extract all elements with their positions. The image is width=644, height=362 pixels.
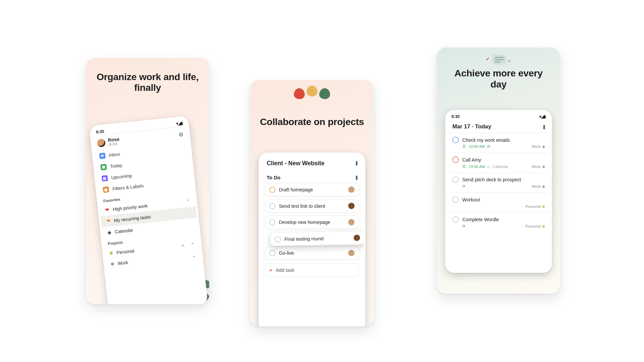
task-label: Complete Wordle xyxy=(462,217,499,222)
project-title: Client - New Website xyxy=(267,160,324,167)
task-checkbox[interactable] xyxy=(452,137,459,143)
status-time: 8:30 xyxy=(451,115,460,119)
favorite-label: Calendar xyxy=(114,228,133,234)
avatar xyxy=(97,138,106,147)
nav-label: Inbox xyxy=(109,152,120,158)
status-bar: 8:30 ▾◢▮ xyxy=(447,112,550,120)
section-title-row: To Do ••• xyxy=(260,170,364,183)
today-task[interactable]: Call Amy 🗓 10:00 AM ◇ Calendar Work xyxy=(447,153,550,172)
promo-card-organize: Organize work and life, finally 8:30 ▾◢▮… xyxy=(86,58,209,304)
task-list: Draft homepage Send test link to client … xyxy=(260,183,364,277)
task-checkbox[interactable] xyxy=(452,196,459,203)
today-task[interactable]: Complete Wordle ⟳ Personal xyxy=(447,212,550,232)
nav-label: Upcoming xyxy=(111,173,132,180)
more-icon[interactable]: ••• xyxy=(356,161,357,165)
today-icon: ▦ xyxy=(100,164,107,170)
task-extra: Calendar xyxy=(493,164,508,169)
checks-illustration xyxy=(484,54,513,65)
people-illustration xyxy=(294,88,330,99)
task-label: Call Amy xyxy=(462,157,481,162)
task-checkbox[interactable] xyxy=(269,219,275,225)
recurring-icon: ⟳ xyxy=(462,184,466,189)
status-time: 8:30 xyxy=(96,129,105,134)
assignee-avatar xyxy=(354,235,360,241)
task-checkbox[interactable] xyxy=(269,203,275,209)
user-progress: ◔3/4 xyxy=(108,141,120,147)
today-task[interactable]: Send pitch deck to prospect ⟳ Work xyxy=(447,172,550,192)
add-task-button[interactable]: + Add task xyxy=(265,263,359,277)
task-label: Develop new homepage xyxy=(279,220,330,225)
assignee-avatar xyxy=(348,186,355,193)
project-pill: Personal xyxy=(526,204,545,209)
task-label: Go-live xyxy=(279,250,294,256)
assignee-avatar xyxy=(348,203,355,209)
project-pill: Work xyxy=(532,144,545,149)
status-icons: ▾◢▮ xyxy=(176,121,183,126)
headline: Collaborate on projects xyxy=(251,116,374,127)
phone-mock-project: Client - New Website ••• To Do ••• Draft… xyxy=(259,153,366,326)
gear-icon[interactable]: ⚙ xyxy=(178,131,184,138)
promo-card-achieve: Achieve more every day 8:30 ▾◢▮ Mar 17 ·… xyxy=(437,48,560,294)
recurring-icon: ⟳ xyxy=(487,144,491,149)
phone-mock-today: 8:30 ▾◢▮ Mar 17 · Today ••• Check my wor… xyxy=(445,110,552,273)
assignee-avatar xyxy=(348,250,355,256)
favorite-label: High priority work xyxy=(113,203,148,212)
upcoming-icon: ▤ xyxy=(102,175,108,181)
task-checkbox[interactable] xyxy=(452,177,459,183)
today-title: Mar 17 · Today xyxy=(452,124,491,130)
today-task[interactable]: Workout Personal xyxy=(447,192,550,212)
task-checkbox[interactable] xyxy=(452,157,459,163)
chevron-up-icon[interactable]: ⌃ xyxy=(186,199,190,204)
project-pill: Personal xyxy=(526,224,545,229)
task-checkbox[interactable] xyxy=(269,187,275,193)
today-task[interactable]: Check my work emails 🗓 10:00 AM ⟳ Work xyxy=(447,133,550,153)
recurring-icon: ⟳ xyxy=(462,224,466,229)
project-label: Work xyxy=(117,260,128,266)
task-checkbox[interactable] xyxy=(275,236,281,242)
task-item-dragging[interactable]: Final testing round xyxy=(270,231,365,246)
promo-card-collaborate: Collaborate on projects Client - New Web… xyxy=(251,80,374,326)
headline: Achieve more every day xyxy=(437,68,560,90)
task-item[interactable]: Send test link to client xyxy=(265,199,359,213)
task-time: 10:00 AM xyxy=(469,144,485,149)
project-pill: Work xyxy=(532,164,545,169)
nav-label: Today xyxy=(110,163,122,169)
project-dot-icon xyxy=(111,262,114,265)
task-checkbox[interactable] xyxy=(269,250,275,256)
task-time: 10:00 AM xyxy=(469,164,485,169)
phone-mock-sidebar: 8:30 ▾◢▮ Rose ◔3/4 ⚙ ✉ Inbox ▦ Today xyxy=(89,116,208,304)
calendar-icon: 🗓 xyxy=(462,164,466,169)
inbox-icon: ✉ xyxy=(99,153,106,159)
project-title-row: Client - New Website ••• xyxy=(260,154,364,170)
task-label: Final testing round xyxy=(284,236,324,242)
filters-icon: ▦ xyxy=(103,186,109,193)
task-label: Send pitch deck to prospect xyxy=(462,177,521,182)
add-task-label: Add task xyxy=(276,267,294,273)
assignee-avatar xyxy=(348,219,355,225)
task-label: Check my work emails xyxy=(462,137,510,142)
add-subproject-button[interactable]: + xyxy=(181,242,185,249)
task-item[interactable]: Develop new homepage xyxy=(265,216,359,229)
label-icon: ◇ xyxy=(487,164,490,169)
flame-icon: ❤ xyxy=(106,218,111,225)
chevron-down-icon[interactable]: ⌄ xyxy=(192,253,196,258)
favorite-label: My recurring tasks xyxy=(114,214,151,223)
today-header: Mar 17 · Today ••• xyxy=(447,120,550,133)
more-icon[interactable]: ••• xyxy=(543,125,545,129)
flame-icon: ❤ xyxy=(105,207,110,213)
project-dot-icon xyxy=(110,251,113,255)
tag-icon: ◆ xyxy=(107,229,112,236)
task-checkbox[interactable] xyxy=(452,216,459,223)
headline: Organize work and life, finally xyxy=(86,71,209,93)
plus-icon: + xyxy=(269,267,272,273)
project-label: Personal xyxy=(116,248,135,255)
task-item[interactable]: Go-live xyxy=(265,246,359,260)
section-title: To Do xyxy=(267,175,280,180)
chevron-up-icon[interactable]: ⌃ xyxy=(191,242,195,247)
task-label: Workout xyxy=(462,197,480,202)
project-pill: Work xyxy=(532,184,545,189)
task-item[interactable]: Draft homepage xyxy=(265,183,359,196)
status-icons: ▾◢▮ xyxy=(539,115,546,119)
more-icon[interactable]: ••• xyxy=(356,175,357,179)
calendar-icon: 🗓 xyxy=(462,144,466,149)
